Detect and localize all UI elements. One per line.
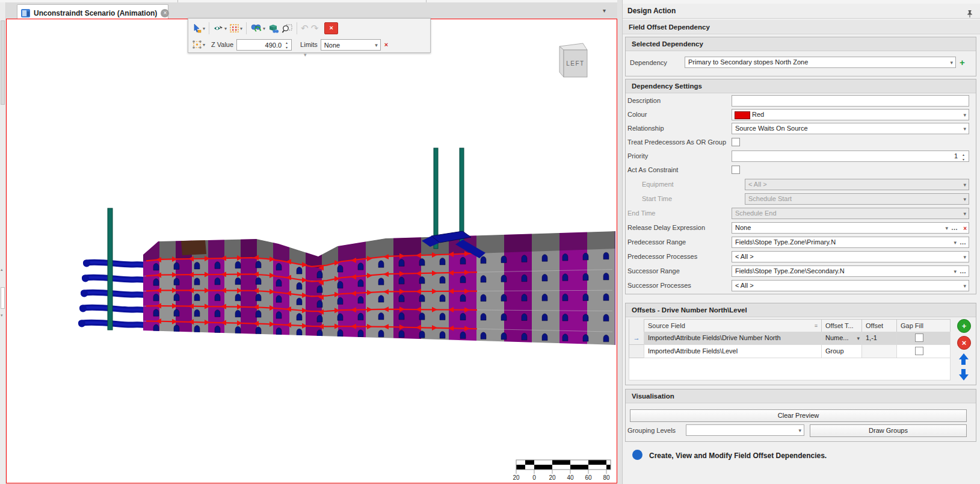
offset-row-type-dropdown[interactable]: Nume... ▾	[821, 332, 862, 345]
chevron-down-icon: ▾	[950, 58, 953, 68]
predecessor-range-dropdown[interactable]: Fields\Stope Type.Zone\Primary.N ▾ …	[732, 237, 969, 248]
offset-row-source[interactable]: Imported\Attribute Fields\Drive Number N…	[644, 332, 822, 345]
description-input[interactable]	[732, 95, 969, 107]
gap-fill-checkbox[interactable]	[915, 347, 923, 355]
z-value-input[interactable]: 490.0 ▴▾	[236, 39, 292, 51]
predecessor-processes-value: < All >	[735, 253, 754, 260]
z-value-spinner[interactable]: ▴▾	[283, 40, 290, 50]
snap-mode-button[interactable]: ▾	[191, 37, 206, 52]
column-offset[interactable]: Offset	[861, 319, 897, 332]
toolbar-collapse-icon[interactable]: ▾	[304, 52, 307, 58]
viewport-scene[interactable]: LEFT20020406080	[7, 19, 617, 483]
chevron-down-icon: ▾	[375, 40, 378, 51]
row-selector[interactable]	[629, 345, 644, 358]
chevron-down-icon[interactable]: ▾	[954, 238, 957, 248]
limits-dropdown[interactable]: None ▾	[321, 39, 381, 51]
chevron-down-icon[interactable]: ▾	[263, 26, 265, 31]
column-source-field[interactable]: Source Field ≡	[644, 319, 822, 332]
offset-row-source[interactable]: Imported\Attribute Fields\Level	[644, 345, 822, 358]
view-filter-button[interactable]: ▾	[212, 21, 228, 36]
chevron-down-icon: ▾	[963, 124, 966, 134]
scroll-up-icon[interactable]: ▴	[1, 267, 3, 272]
chevron-down-icon: ▾	[963, 194, 966, 205]
offsets-header: Offsets - Drive Number North\Level	[626, 303, 976, 317]
delete-offset-button[interactable]: ×	[957, 336, 971, 350]
offset-row-gapfill[interactable]	[896, 332, 951, 345]
chevron-down-icon[interactable]: ▾	[203, 26, 205, 31]
clear-preview-button[interactable]: Clear Preview	[630, 409, 967, 422]
footer-hint: Create, View and Modify Field Offset Dep…	[649, 451, 827, 460]
select-tool-button[interactable]: ▾	[191, 21, 206, 36]
offset-row-gapfill[interactable]	[896, 345, 951, 358]
chevron-down-icon[interactable]: ▾	[224, 26, 227, 31]
tab-close-icon[interactable]: ×	[161, 9, 169, 17]
fence-select-button[interactable]: ▾	[228, 21, 244, 36]
column-gap-fill[interactable]: Gap Fill	[896, 319, 951, 332]
clear-icon[interactable]: ×	[963, 223, 967, 234]
column-offset-type[interactable]: Offset T...	[821, 319, 862, 332]
left-strip-box[interactable]	[1, 287, 5, 309]
offsets-title: Offsets - Drive Number North\Level	[632, 306, 747, 314]
left-scrollbar[interactable]: ▴ ▾	[0, 2, 6, 484]
or-group-label: Treat Predecessors As OR Group	[627, 137, 726, 148]
add-offset-button[interactable]: +	[957, 319, 971, 333]
row-selector[interactable]: →	[629, 332, 644, 345]
add-dependency-button[interactable]: +	[960, 57, 965, 68]
successor-processes-dropdown[interactable]: < All > ▾	[732, 280, 969, 291]
ellipsis-icon[interactable]: …	[960, 237, 966, 247]
chevron-down-icon[interactable]: ▾	[954, 267, 957, 277]
move-down-button[interactable]	[957, 368, 970, 381]
sort-icon: ≡	[815, 320, 818, 332]
find-in-box-button[interactable]	[267, 21, 280, 36]
viewport-3d[interactable]: LEFT20020406080	[6, 19, 617, 483]
chevron-down-icon[interactable]: ▾	[240, 26, 242, 31]
svg-text:20: 20	[513, 474, 520, 481]
move-up-button[interactable]	[957, 353, 970, 365]
info-dot-icon	[632, 450, 643, 460]
limits-clear-icon[interactable]: ×	[384, 41, 388, 48]
ellipsis-icon[interactable]: …	[960, 266, 966, 276]
priority-label: Priority	[627, 150, 648, 162]
visualisation-title: Visualisation	[632, 392, 674, 400]
ellipsis-icon[interactable]: …	[951, 223, 958, 233]
toolbar-close-button[interactable]: ×	[324, 22, 338, 34]
grouping-levels-dropdown[interactable]: ▾	[686, 424, 804, 436]
dependency-dropdown[interactable]: Primary to Secondary stopes North Zone ▾	[685, 57, 956, 68]
priority-input[interactable]: 1 ▴▾	[732, 150, 969, 162]
tab-overflow-icon[interactable]: ▾	[603, 7, 606, 14]
svg-text:20: 20	[549, 474, 556, 481]
successor-range-dropdown[interactable]: Fields\Stope Type.Zone\Secondary.N ▾ …	[732, 265, 969, 277]
gap-fill-checkbox[interactable]	[915, 334, 923, 342]
start-time-dropdown: Schedule Start ▾	[745, 193, 969, 205]
find-refresh-button[interactable]: ▾	[249, 21, 267, 36]
pin-icon[interactable]	[966, 10, 973, 18]
zoom-selection-button[interactable]	[280, 21, 294, 36]
predecessor-processes-dropdown[interactable]: < All > ▾	[732, 251, 969, 262]
redo-button[interactable]: ↷	[310, 21, 320, 36]
relationship-dropdown[interactable]: Source Waits On Source ▾	[732, 123, 969, 134]
chevron-down-icon[interactable]: ▾	[203, 42, 205, 48]
chevron-down-icon[interactable]: ▾	[857, 332, 860, 344]
or-group-checkbox[interactable]	[732, 138, 740, 146]
colour-dropdown[interactable]: Red ▾	[732, 109, 969, 120]
offset-row-offset[interactable]	[861, 345, 897, 358]
scroll-down-icon[interactable]: ▾	[1, 313, 3, 318]
draw-groups-button[interactable]: Draw Groups	[810, 424, 967, 437]
offset-row-offset[interactable]: 1,-1	[861, 332, 897, 345]
chevron-down-icon: ▾	[963, 110, 966, 120]
document-tab-bar: Unconstraindt Scenario (Animation) ×	[6, 2, 617, 19]
undo-button[interactable]: ↶	[300, 21, 310, 36]
chevron-down-icon: ▾	[798, 426, 801, 436]
application-window: { "tab_bar": { "title": "Unconstraindt S…	[0, 0, 980, 484]
act-as-constraint-checkbox[interactable]	[732, 166, 740, 174]
release-delay-dropdown[interactable]: None ▾ … ×	[732, 222, 969, 234]
limits-label: Limits	[300, 41, 318, 48]
priority-spinner[interactable]: ▴▾	[960, 152, 967, 162]
equipment-label: Equipment	[642, 179, 674, 190]
offset-row-type[interactable]: Group	[821, 345, 862, 358]
chevron-down-icon[interactable]: ▾	[945, 223, 948, 234]
view-cube-left[interactable]: LEFT	[559, 43, 587, 77]
left-scrollbar-thumb[interactable]	[1, 20, 5, 105]
priority-value: 1	[954, 152, 958, 160]
panel-header: Design Action	[623, 4, 980, 19]
